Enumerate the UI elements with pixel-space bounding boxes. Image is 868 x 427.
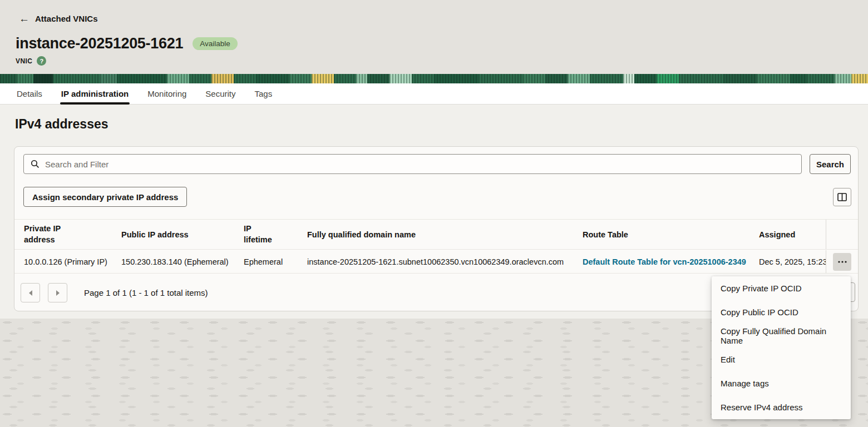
menu-item-copy-public-ip-ocid[interactable]: Copy Public IP OCID [712,300,851,324]
menu-item-reserve-ipv4[interactable]: Reserve IPv4 address [712,395,851,419]
cell-assigned: Dec 5, 2025, 15:23 [759,257,826,266]
decorative-banner [0,74,868,83]
menu-item-edit[interactable]: Edit [712,347,851,371]
tab-monitoring[interactable]: Monitoring [147,83,186,104]
menu-item-manage-tags[interactable]: Manage tags [712,371,851,395]
menu-item-copy-private-ip-ocid[interactable]: Copy Private IP OCID [712,276,851,300]
ellipsis-icon [838,261,847,263]
tab-ip-administration[interactable]: IP administration [61,83,129,104]
column-header-fqdn: Fully qualified domain name [307,230,583,239]
column-settings-button[interactable] [833,188,851,206]
cell-ip-lifetime: Ephemeral [244,257,307,266]
back-arrow-icon: ← [19,13,29,24]
route-table-link[interactable]: Default Route Table for vcn-20251006-234… [583,257,746,266]
subtitle-row: VNIC ? [16,56,46,66]
assign-secondary-ip-button[interactable]: Assign secondary private IP address [23,187,187,207]
triangle-right-icon [56,290,60,296]
menu-item-copy-fqdn[interactable]: Copy Fully Qualified Domain Name [712,324,851,348]
pagination-status: Page 1 of 1 (1 - 1 of 1 total items) [84,288,208,297]
section-title: IPv4 addresses [15,117,108,132]
column-header-assigned: Assigned [759,230,826,239]
cell-private-ip: 10.0.0.126 (Primary IP) [14,257,121,266]
search-input[interactable] [45,160,801,169]
column-header-ip-lifetime: IP lifetime [244,224,307,245]
help-icon[interactable]: ? [37,56,46,66]
back-link[interactable]: ← Attached VNICs [19,13,98,24]
oci-vnic-page: ← Attached VNICs instance-20251205-1621 … [0,0,868,427]
cell-actions [826,250,858,273]
search-button[interactable]: Search [810,154,851,174]
triangle-left-icon [29,290,32,296]
tab-bar: Details IP administration Monitoring Sec… [0,83,868,105]
search-icon [31,160,40,168]
next-page-button[interactable] [48,283,67,302]
status-badge: Available [193,37,238,50]
table-header-row: Private IP address Public IP address IP … [14,219,858,250]
page-title: instance-20251205-1621 [16,35,183,52]
resource-type-label: VNIC [16,57,32,65]
prev-page-button[interactable] [21,283,40,302]
cell-public-ip: 150.230.183.140 (Ephemeral) [121,257,244,266]
back-label: Attached VNICs [35,14,98,23]
cell-route-table: Default Route Table for vcn-20251006-234… [583,257,759,266]
table-row: 10.0.0.126 (Primary IP) 150.230.183.140 … [14,250,858,274]
columns-icon [837,193,847,201]
title-row: instance-20251205-1621 Available [16,35,238,52]
tab-details[interactable]: Details [17,83,42,104]
row-actions-button[interactable] [833,253,851,271]
tab-security[interactable]: Security [205,83,235,104]
column-header-actions [826,220,858,249]
column-header-private-ip: Private IP address [14,224,121,245]
search-box [23,154,802,174]
column-header-route-table: Route Table [583,230,759,239]
page-header: ← Attached VNICs instance-20251205-1621 … [0,0,868,74]
column-header-public-ip: Public IP address [121,230,244,239]
cell-fqdn: instance-20251205-1621.subnet10062350.vc… [307,257,583,266]
row-actions-menu: Copy Private IP OCID Copy Public IP OCID… [712,276,851,419]
main-content: IPv4 addresses Search Assign secondary p… [0,105,868,427]
tab-tags[interactable]: Tags [255,83,273,104]
